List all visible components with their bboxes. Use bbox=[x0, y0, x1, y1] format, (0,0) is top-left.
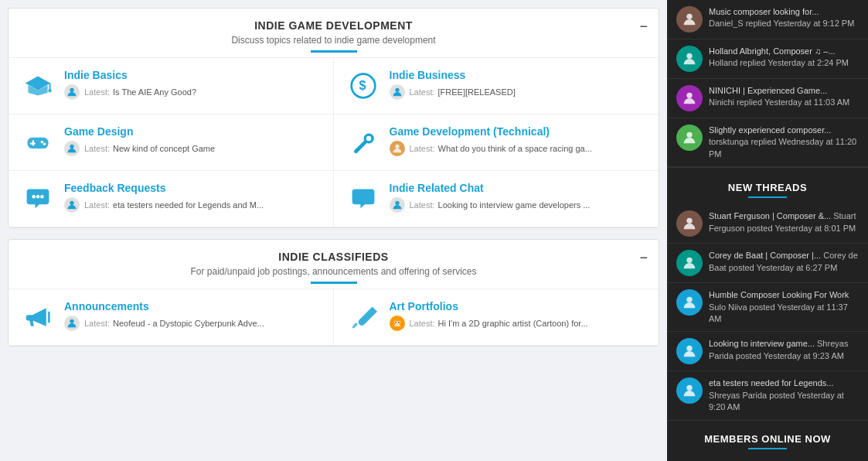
sidebar-thread-item[interactable]: Looking to interview game... Shreyas Par… bbox=[667, 332, 868, 371]
sidebar-thread-item[interactable]: eta testers needed for Legends... Shreya… bbox=[667, 371, 868, 420]
forum-latest-indie-business: Latest:[FREE][RELEASED] bbox=[390, 84, 647, 100]
latest-label: Latest: bbox=[84, 87, 110, 97]
avatar bbox=[64, 197, 80, 213]
svg-point-3 bbox=[48, 89, 52, 93]
svg-point-17 bbox=[40, 195, 44, 198]
forum-text-indie-related-chat: Indie Related ChatLatest:Looking to inte… bbox=[390, 182, 647, 213]
svg-point-31 bbox=[686, 258, 692, 263]
svg-point-4 bbox=[70, 88, 73, 92]
forum-item-art-portfolios[interactable]: Art PortfoliosLatest:Hi I'm a 2D graphic… bbox=[334, 289, 659, 346]
forum-name-indie-business[interactable]: Indie Business bbox=[390, 69, 647, 81]
svg-point-21 bbox=[70, 319, 73, 323]
avatar bbox=[676, 6, 703, 32]
latest-text: Looking to interview game developers ... bbox=[438, 200, 591, 210]
dollar-sign-icon: $ bbox=[346, 69, 380, 103]
members-online-title: MEMBERS ONLINE NOW bbox=[667, 429, 868, 448]
forum-text-indie-basics: Indie BasicsLatest:Is The AIE Any Good? bbox=[64, 69, 321, 100]
latest-text: Is The AIE Any Good? bbox=[113, 87, 196, 97]
svg-point-29 bbox=[686, 132, 692, 138]
sidebar-thread-item[interactable]: Music composer looking for...Daniel_S re… bbox=[667, 0, 868, 39]
avatar bbox=[676, 85, 703, 111]
section-title-indie-classifieds: INDIE CLASSIFIEDS bbox=[16, 251, 651, 263]
forum-text-feedback-requests: Feedback RequestsLatest:eta testers need… bbox=[64, 182, 321, 213]
forum-latest-art-portfolios: Latest:Hi I'm a 2D graphic artist (Carto… bbox=[390, 316, 647, 331]
svg-point-7 bbox=[395, 88, 399, 92]
latest-label: Latest: bbox=[84, 200, 110, 210]
svg-point-15 bbox=[32, 195, 36, 198]
forum-name-indie-related-chat[interactable]: Indie Related Chat bbox=[390, 182, 647, 194]
section-indie-game-dev: −INDIE GAME DEVELOPMENTDiscuss topics re… bbox=[8, 8, 659, 228]
svg-point-13 bbox=[70, 145, 73, 149]
svg-point-26 bbox=[686, 14, 692, 19]
forum-text-announcements: AnnouncementsLatest:Neofeud - a Dystopic… bbox=[64, 300, 321, 331]
sidebar-recent-section: Music composer looking for...Daniel_S re… bbox=[667, 0, 868, 167]
latest-text: What do you think of a space racing ga..… bbox=[438, 144, 592, 153]
forum-text-game-design: Game DesignLatest:New kind of concept Ga… bbox=[64, 125, 321, 156]
avatar bbox=[64, 84, 80, 100]
sidebar-thread-item[interactable]: Stuart Ferguson | Composer &... Stuart F… bbox=[667, 204, 868, 244]
avatar bbox=[390, 316, 405, 331]
graduation-cap-icon bbox=[21, 69, 55, 103]
section-indie-classifieds: −INDIE CLASSIFIEDSFor paid/unpaid job po… bbox=[8, 239, 659, 347]
sidebar-thread-text: Music composer looking for...Daniel_S re… bbox=[709, 6, 859, 30]
sidebar-thread-item[interactable]: NINICHI | Experienced Game...Ninichi rep… bbox=[667, 79, 868, 118]
avatar bbox=[390, 197, 405, 213]
svg-point-18 bbox=[70, 201, 73, 205]
forum-item-indie-business[interactable]: $ Indie BusinessLatest:[FREE][RELEASED] bbox=[334, 58, 659, 114]
section-subtitle-indie-classifieds: For paid/unpaid job postings, announceme… bbox=[16, 266, 651, 277]
sidebar-thread-text: Corey de Baat | Composer |... Corey de B… bbox=[709, 250, 859, 274]
sidebar-thread-item[interactable]: Humble Composer Looking For Work Sulo Ni… bbox=[667, 283, 868, 332]
section-header-indie-classifieds: −INDIE CLASSIFIEDSFor paid/unpaid job po… bbox=[9, 240, 659, 289]
sidebar-thread-text: Looking to interview game... Shreyas Par… bbox=[709, 338, 859, 362]
latest-text: eta testers needed for Legends and M... bbox=[113, 200, 264, 210]
sidebar-thread-text: NINICHI | Experienced Game...Ninichi rep… bbox=[709, 85, 859, 109]
sidebar-new-threads-title: NEW THREADS bbox=[667, 177, 868, 196]
forum-item-game-design[interactable]: Game DesignLatest:New kind of concept Ga… bbox=[9, 114, 334, 171]
avatar bbox=[676, 289, 703, 316]
sidebar-thread-text: Slightly experienced composer...torsktun… bbox=[709, 125, 859, 160]
latest-text: Hi I'm a 2D graphic artist (Cartoon) for… bbox=[438, 319, 588, 328]
forum-latest-feedback-requests: Latest:eta testers needed for Legends an… bbox=[64, 197, 321, 213]
forum-name-game-dev-technical[interactable]: Game Development (Technical) bbox=[390, 125, 647, 138]
avatar bbox=[676, 125, 703, 151]
svg-point-11 bbox=[41, 141, 44, 144]
forum-item-announcements[interactable]: AnnouncementsLatest:Neofeud - a Dystopic… bbox=[9, 289, 334, 346]
section-title-indie-game-dev: INDIE GAME DEVELOPMENT bbox=[16, 19, 651, 32]
latest-label: Latest: bbox=[410, 200, 435, 210]
forum-item-indie-related-chat[interactable]: Indie Related ChatLatest:Looking to inte… bbox=[334, 171, 659, 227]
forum-item-game-dev-technical[interactable]: Game Development (Technical)Latest:What … bbox=[334, 114, 659, 171]
avatar bbox=[64, 316, 80, 331]
forum-latest-game-dev-technical: Latest:What do you think of a space raci… bbox=[390, 141, 647, 156]
avatar bbox=[676, 377, 703, 404]
avatar bbox=[64, 141, 80, 156]
forum-name-game-design[interactable]: Game Design bbox=[64, 125, 321, 138]
svg-point-16 bbox=[36, 195, 40, 198]
forum-name-indie-basics[interactable]: Indie Basics bbox=[64, 69, 321, 81]
sidebar-thread-text: Humble Composer Looking For Work Sulo Ni… bbox=[709, 289, 859, 325]
sidebar-thread-item[interactable]: Holland Albright, Composer ♫ –...Holland… bbox=[667, 39, 868, 79]
collapse-button-indie-classifieds[interactable]: − bbox=[639, 251, 648, 265]
forum-item-indie-basics[interactable]: Indie BasicsLatest:Is The AIE Any Good? bbox=[9, 58, 334, 114]
forum-text-indie-business: Indie BusinessLatest:[FREE][RELEASED] bbox=[390, 69, 647, 100]
svg-point-32 bbox=[686, 297, 692, 302]
latest-text: Neofeud - a Dystopic Cyberpunk Adve... bbox=[113, 319, 264, 328]
forum-name-art-portfolios[interactable]: Art Portfolios bbox=[390, 300, 647, 312]
forum-latest-indie-basics: Latest:Is The AIE Any Good? bbox=[64, 84, 321, 100]
svg-point-27 bbox=[686, 53, 692, 59]
sidebar-section-new_threads: NEW THREADSStuart Ferguson | Composer &.… bbox=[667, 168, 868, 420]
forum-name-announcements[interactable]: Announcements bbox=[64, 300, 321, 312]
avatar bbox=[390, 84, 405, 100]
forum-name-feedback-requests[interactable]: Feedback Requests bbox=[64, 182, 321, 194]
forum-item-feedback-requests[interactable]: Feedback RequestsLatest:eta testers need… bbox=[9, 171, 334, 227]
gamepad-icon bbox=[21, 125, 55, 159]
forum-text-game-dev-technical: Game Development (Technical)Latest:What … bbox=[390, 125, 647, 156]
section-subtitle-indie-game-dev: Discuss topics related to indie game dev… bbox=[16, 35, 651, 46]
sidebar-thread-text: eta testers needed for Legends... Shreya… bbox=[709, 377, 859, 413]
svg-point-19 bbox=[395, 201, 399, 205]
section-header-indie-game-dev: −INDIE GAME DEVELOPMENTDiscuss topics re… bbox=[9, 9, 659, 57]
latest-label: Latest: bbox=[410, 87, 435, 97]
megaphone-icon bbox=[21, 300, 55, 334]
collapse-button-indie-game-dev[interactable]: − bbox=[639, 19, 648, 33]
sidebar-thread-item[interactable]: Slightly experienced composer...torsktun… bbox=[667, 118, 868, 167]
sidebar-thread-item[interactable]: Corey de Baat | Composer |... Corey de B… bbox=[667, 244, 868, 283]
